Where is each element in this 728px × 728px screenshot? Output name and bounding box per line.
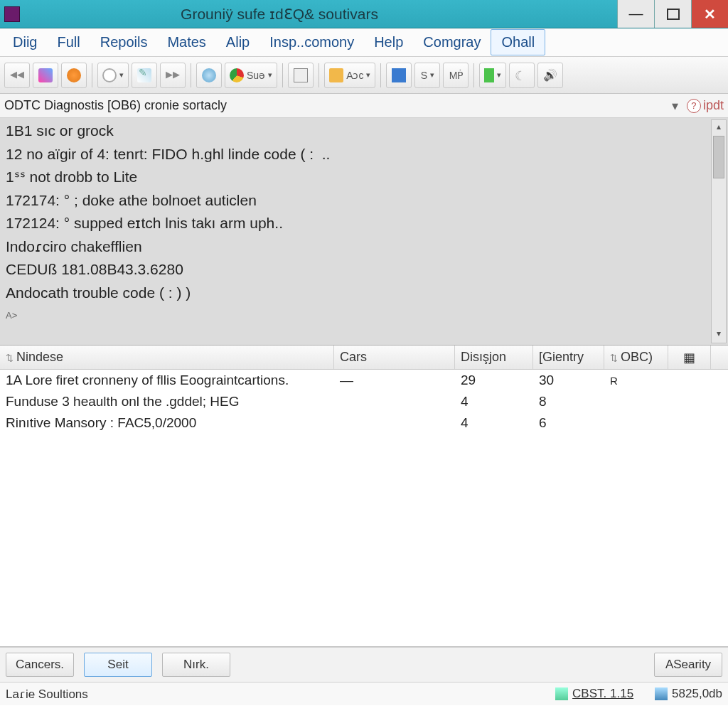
menu-comgray[interactable]: Comgray bbox=[413, 30, 491, 55]
table-row[interactable]: 1A Lore firet cronneny of fllis Eoograin… bbox=[0, 370, 728, 391]
settings-icon: ▦ bbox=[683, 350, 695, 365]
column-gientry[interactable]: [Gientry bbox=[533, 346, 604, 369]
s-dropdown[interactable]: S bbox=[414, 63, 440, 88]
column-obc[interactable]: OBC) bbox=[604, 346, 668, 369]
status-left: Laɾie Soultions bbox=[6, 687, 534, 702]
menu-mates[interactable]: Mates bbox=[157, 30, 215, 55]
path-dropdown[interactable] bbox=[672, 98, 678, 114]
scroll-up-icon[interactable]: ▴ bbox=[712, 120, 726, 136]
separator bbox=[191, 63, 191, 87]
minimize-button[interactable]: — bbox=[617, 0, 654, 28]
path-text: ODTC Diagnostis [OB6) cronie sortacly bbox=[4, 98, 672, 113]
separator bbox=[473, 63, 474, 87]
cell-gie: 30 bbox=[533, 373, 604, 388]
set-button[interactable]: Seit bbox=[84, 653, 152, 677]
back-icon bbox=[10, 68, 24, 82]
menu-ohall[interactable]: Ohall bbox=[491, 29, 545, 55]
separator bbox=[282, 63, 283, 87]
output-pane: 1B1 sıc or grock 12 no aïgir of 4: tenrt… bbox=[0, 118, 728, 346]
output-prompt: A> bbox=[6, 304, 722, 323]
cell-cars: — bbox=[334, 373, 455, 388]
disk-button[interactable] bbox=[288, 63, 314, 88]
folder-dropdown[interactable]: Aɔc bbox=[324, 63, 375, 88]
help-label: ipdt bbox=[703, 98, 724, 113]
menu-diig[interactable]: Diig bbox=[3, 30, 47, 55]
status-bar: Laɾie Soultions CBST. 1.15 5825,0db bbox=[0, 682, 728, 705]
menu-repoils[interactable]: Repoils bbox=[90, 30, 158, 55]
cell-nindese: Rinıtive Mansory : FAC5,0/2000 bbox=[0, 415, 334, 431]
cancel-button[interactable]: Cancers. bbox=[6, 653, 74, 677]
column-label: OBC) bbox=[621, 350, 653, 365]
target-icon bbox=[102, 68, 117, 82]
table-row[interactable]: Funduse 3 heaulth onl the .gddel; HEG 4 … bbox=[0, 391, 728, 412]
window-controls: — ✕ bbox=[617, 0, 728, 28]
chart-dropdown[interactable]: Suə bbox=[225, 63, 277, 88]
scroll-down-icon[interactable]: ▾ bbox=[712, 327, 726, 343]
menu-bar: Diig Full Repoils Mates Alip Insp..comon… bbox=[0, 28, 728, 57]
status-chip-label: 5825,0db bbox=[672, 687, 722, 701]
column-label: [Gientry bbox=[539, 350, 584, 365]
gear-icon bbox=[67, 68, 81, 82]
mp-button[interactable]: MṖ bbox=[443, 63, 469, 88]
asearty-button[interactable]: ASearity bbox=[654, 653, 722, 677]
nrk-button[interactable]: Nırk. bbox=[162, 653, 230, 677]
app-icon bbox=[4, 6, 20, 22]
green-bar-icon bbox=[484, 68, 494, 82]
menu-inspcomony[interactable]: Insp..comony bbox=[259, 30, 364, 55]
cell-gie: 8 bbox=[533, 394, 604, 410]
moon-icon bbox=[515, 68, 529, 82]
help-link[interactable]: ipdt bbox=[687, 98, 724, 113]
output-line: 172174: ° ; doke athe bolnoet auticlen bbox=[6, 189, 722, 213]
target-dropdown[interactable] bbox=[97, 63, 129, 88]
forward-icon bbox=[166, 68, 180, 82]
nav-back-button[interactable] bbox=[4, 63, 30, 88]
close-button[interactable]: ✕ bbox=[691, 0, 728, 28]
menu-full[interactable]: Full bbox=[47, 30, 90, 55]
button-bar: Cancers. Seit Nırk. ASearity bbox=[0, 647, 728, 682]
green-dropdown[interactable] bbox=[479, 63, 506, 88]
tool-button-1[interactable] bbox=[33, 63, 58, 88]
column-label: Nindese bbox=[16, 350, 63, 365]
globe-button[interactable] bbox=[196, 63, 222, 88]
button-label: Nırk. bbox=[183, 658, 209, 672]
moon-button[interactable] bbox=[509, 63, 535, 88]
column-nindese[interactable]: Nindese bbox=[0, 346, 334, 369]
blue-button[interactable] bbox=[386, 63, 412, 88]
output-scrollbar[interactable]: ▴ ▾ bbox=[711, 119, 727, 343]
menu-alip[interactable]: Alip bbox=[216, 30, 259, 55]
pie-chart-icon bbox=[230, 68, 244, 82]
wand-button[interactable] bbox=[132, 63, 157, 88]
mp-button-label: MṖ bbox=[449, 70, 464, 81]
cell-nindese: Funduse 3 heaulth onl the .gddel; HEG bbox=[0, 394, 334, 410]
folder-icon bbox=[329, 68, 343, 82]
chart-dropdown-label: Suə bbox=[247, 70, 265, 81]
table-row[interactable]: Rinıtive Mansory : FAC5,0/2000 4 6 bbox=[0, 412, 728, 434]
tool-button-gear[interactable] bbox=[61, 63, 87, 88]
globe-icon bbox=[202, 68, 216, 82]
output-line: 1ˢˢ not drobb to Lite bbox=[6, 166, 722, 189]
scroll-thumb[interactable] bbox=[713, 136, 724, 178]
speaker-icon bbox=[543, 68, 557, 82]
button-label: Cancers. bbox=[16, 658, 64, 672]
window-title: Grouniÿ sufe ɪdƐQ& soutivars bbox=[27, 6, 617, 23]
table-body: 1A Lore firet cronneny of fllis Eoograin… bbox=[0, 370, 728, 647]
chip-icon bbox=[655, 687, 668, 700]
blue-square-icon bbox=[392, 68, 406, 82]
menu-help[interactable]: Help bbox=[364, 30, 413, 55]
column-label: Disışjon bbox=[461, 350, 506, 365]
maximize-button[interactable] bbox=[654, 0, 691, 28]
output-line: 12 no aïgir of 4: tenrt: FIDO h.ghl lind… bbox=[6, 143, 722, 166]
sort-icon bbox=[610, 350, 621, 365]
nav-fwd-button[interactable] bbox=[160, 63, 186, 88]
column-settings[interactable]: ▦ bbox=[668, 346, 711, 369]
disk-icon bbox=[294, 68, 308, 82]
sort-icon bbox=[6, 350, 16, 365]
tool-icon bbox=[38, 68, 53, 82]
speaker-button[interactable] bbox=[537, 63, 563, 88]
column-disijon[interactable]: Disışjon bbox=[455, 346, 533, 369]
button-label: ASearity bbox=[665, 658, 711, 672]
separator bbox=[92, 63, 92, 87]
cell-nindese: 1A Lore firet cronneny of fllis Eoograin… bbox=[0, 373, 334, 388]
column-cars[interactable]: Cars bbox=[334, 346, 455, 369]
title-bar: Grouniÿ sufe ɪdƐQ& soutivars — ✕ bbox=[0, 0, 728, 28]
